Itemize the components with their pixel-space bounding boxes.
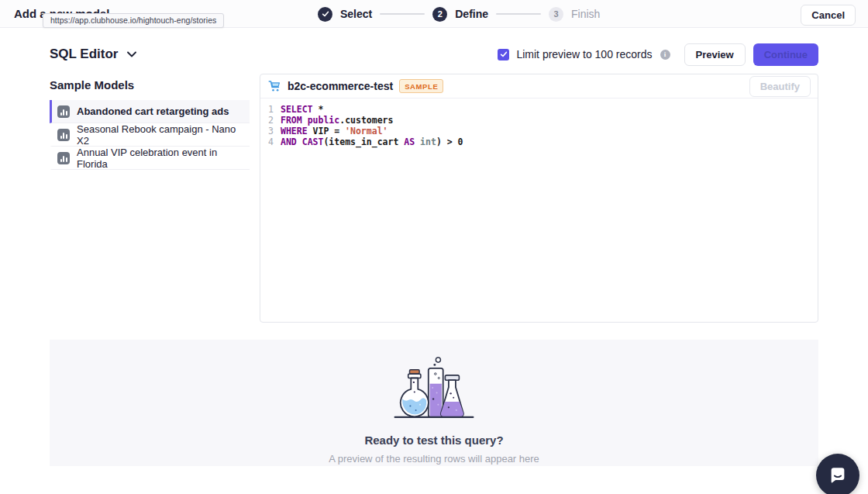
step-define[interactable]: 2 Define — [432, 7, 488, 22]
step-define-label: Define — [455, 8, 488, 20]
bar-chart-icon — [57, 129, 70, 141]
continue-button[interactable]: Continue — [753, 43, 818, 66]
limit-preview-checkbox[interactable] — [498, 49, 509, 60]
sql-code-editor[interactable]: 1SELECT *2FROM public.customers3WHERE VI… — [260, 98, 818, 153]
wizard-stepper: Select 2 Define 3 Finish — [318, 0, 600, 28]
chat-launcher-button[interactable] — [816, 454, 859, 494]
code-line: 1SELECT * — [260, 104, 818, 115]
sample-models-heading: Sample Models — [50, 78, 250, 92]
sample-model-item[interactable]: Seasonal Rebook campaign - Nano X2 — [50, 123, 250, 147]
beautify-button[interactable]: Beautify — [749, 76, 811, 97]
step-select-check-icon — [318, 7, 332, 22]
code-line: 3WHERE VIP = 'Normal' — [260, 126, 818, 136]
preview-button[interactable]: Preview — [684, 43, 746, 66]
sample-model-item[interactable]: Annual VIP celebration event in Florida — [50, 147, 250, 170]
chevron-down-icon — [127, 51, 136, 57]
sample-badge: SAMPLE — [399, 79, 443, 93]
cancel-button[interactable]: Cancel — [801, 5, 856, 26]
step-connector — [496, 13, 541, 15]
editor-type-dropdown[interactable]: SQL Editor — [50, 47, 136, 62]
sql-panel-header: b2c-ecommerce-test SAMPLE Beautify — [260, 74, 818, 98]
bar-chart-icon — [57, 152, 70, 164]
step-select-label: Select — [340, 8, 372, 20]
checkmark-icon — [500, 50, 508, 58]
top-bar: Add a new model https://app.clubhouse.io… — [0, 0, 868, 28]
step-finish-number: 3 — [549, 7, 563, 22]
chat-bubble-icon — [828, 465, 848, 485]
step-define-number: 2 — [432, 7, 447, 22]
bar-chart-icon — [57, 105, 70, 118]
empty-state-subtitle: A preview of the resulting rows will app… — [329, 453, 539, 465]
empty-state-title: Ready to test this query? — [364, 434, 503, 447]
model-name: b2c-ecommerce-test — [288, 80, 393, 92]
step-connector — [380, 13, 425, 15]
sample-model-label: Annual VIP celebration event in Florida — [77, 147, 250, 170]
step-select[interactable]: Select — [318, 7, 372, 22]
sample-model-label: Seasonal Rebook campaign - Nano X2 — [77, 123, 250, 147]
editor-toolbar: SQL Editor Limit preview to 100 records … — [0, 45, 868, 64]
preview-controls: Limit preview to 100 records i Preview C… — [498, 43, 818, 66]
info-icon[interactable]: i — [660, 50, 670, 60]
shopping-cart-icon — [267, 79, 281, 93]
sample-models-sidebar: Sample Models Abandoned cart retargeting… — [50, 74, 250, 170]
link-url-tooltip: https://app.clubhouse.io/hightouch-eng/s… — [43, 13, 224, 28]
step-finish[interactable]: 3 Finish — [549, 7, 600, 22]
sample-model-label: Abandoned cart retargeting ads — [77, 105, 229, 117]
sample-model-item[interactable]: Abandoned cart retargeting ads — [50, 100, 250, 123]
sql-editor-panel: b2c-ecommerce-test SAMPLE Beautify 1SELE… — [260, 74, 818, 323]
code-line: 2FROM public.customers — [260, 115, 818, 126]
code-line: 4AND CAST(items_in_cart AS int) > 0 — [260, 136, 818, 147]
main-content: Sample Models Abandoned cart retargeting… — [0, 74, 868, 323]
preview-empty-state: Ready to test this query? A preview of t… — [50, 340, 818, 466]
lab-flasks-illustration — [392, 353, 476, 424]
editor-type-label: SQL Editor — [50, 47, 118, 62]
limit-preview-label: Limit preview to 100 records — [516, 48, 652, 60]
step-finish-label: Finish — [571, 8, 600, 20]
